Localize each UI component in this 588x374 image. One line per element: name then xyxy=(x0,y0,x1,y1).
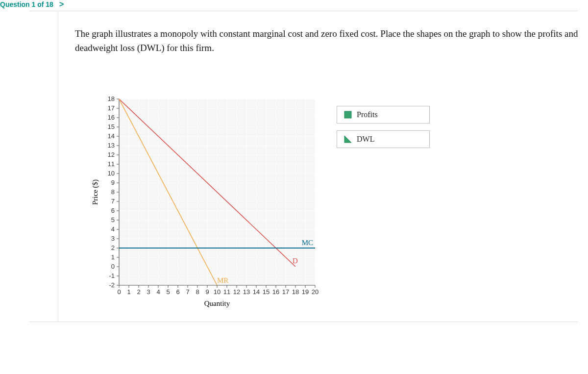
svg-text:6: 6 xyxy=(111,207,115,214)
svg-text:6: 6 xyxy=(176,288,179,296)
svg-text:5: 5 xyxy=(166,288,170,296)
economics-chart[interactable]: 01234567891011121314151617181920-2-10123… xyxy=(90,94,325,310)
svg-text:Price ($): Price ($) xyxy=(91,179,99,205)
question-prompt: The graph illustrates a monopoly with co… xyxy=(75,27,588,55)
svg-text:9: 9 xyxy=(205,288,209,296)
svg-text:-1: -1 xyxy=(109,272,115,279)
profits-swatch-icon xyxy=(344,111,352,119)
svg-text:8: 8 xyxy=(111,188,115,196)
svg-text:16: 16 xyxy=(108,114,115,121)
dwl-swatch-icon xyxy=(344,135,352,143)
svg-text:17: 17 xyxy=(108,104,115,112)
next-question-chevron[interactable]: > xyxy=(59,0,64,9)
legend-profits-label: Profits xyxy=(357,110,378,119)
svg-text:11: 11 xyxy=(108,160,115,168)
svg-text:MC: MC xyxy=(302,239,313,247)
svg-text:Quantity: Quantity xyxy=(204,299,230,307)
svg-text:11: 11 xyxy=(223,288,230,296)
legend-profits[interactable]: Profits xyxy=(337,106,430,124)
svg-text:3: 3 xyxy=(111,235,115,242)
svg-text:7: 7 xyxy=(186,288,189,296)
svg-text:1: 1 xyxy=(111,253,115,261)
legend: Profits DWL xyxy=(337,106,430,312)
legend-dwl[interactable]: DWL xyxy=(337,130,430,148)
svg-text:4: 4 xyxy=(156,288,160,296)
svg-text:5: 5 xyxy=(111,216,115,224)
svg-text:16: 16 xyxy=(272,288,279,296)
svg-text:17: 17 xyxy=(282,288,289,296)
svg-text:8: 8 xyxy=(196,288,199,296)
question-number: Question 1 of 18 xyxy=(0,0,53,8)
svg-text:3: 3 xyxy=(147,288,150,296)
svg-text:13: 13 xyxy=(108,142,115,149)
svg-text:D: D xyxy=(293,257,298,265)
legend-dwl-label: DWL xyxy=(357,135,374,144)
svg-text:12: 12 xyxy=(108,151,115,158)
question-header: Question 1 of 18 > xyxy=(0,0,588,11)
svg-text:18: 18 xyxy=(292,288,299,296)
svg-text:7: 7 xyxy=(111,198,115,205)
svg-text:9: 9 xyxy=(111,179,115,186)
svg-text:15: 15 xyxy=(263,288,270,296)
svg-text:10: 10 xyxy=(214,288,220,296)
svg-text:2: 2 xyxy=(137,288,140,296)
svg-text:19: 19 xyxy=(302,288,309,296)
svg-text:14: 14 xyxy=(253,288,260,296)
svg-text:15: 15 xyxy=(108,123,115,130)
svg-text:MR: MR xyxy=(217,276,228,284)
svg-text:14: 14 xyxy=(108,132,115,140)
svg-rect-134 xyxy=(344,111,351,118)
svg-text:10: 10 xyxy=(108,170,115,177)
svg-text:1: 1 xyxy=(127,288,130,296)
question-card: The graph illustrates a monopoly with co… xyxy=(58,11,588,322)
svg-text:18: 18 xyxy=(108,95,115,102)
svg-text:-2: -2 xyxy=(109,281,115,289)
svg-text:2: 2 xyxy=(111,244,115,251)
chart-area: 01234567891011121314151617181920-2-10123… xyxy=(70,94,588,312)
svg-marker-135 xyxy=(344,136,351,143)
chart-container[interactable]: 01234567891011121314151617181920-2-10123… xyxy=(90,94,325,312)
svg-text:4: 4 xyxy=(111,225,115,233)
svg-text:13: 13 xyxy=(243,288,250,296)
svg-text:20: 20 xyxy=(312,288,318,296)
svg-text:0: 0 xyxy=(111,263,115,270)
svg-text:12: 12 xyxy=(233,288,240,296)
svg-text:0: 0 xyxy=(117,288,121,296)
